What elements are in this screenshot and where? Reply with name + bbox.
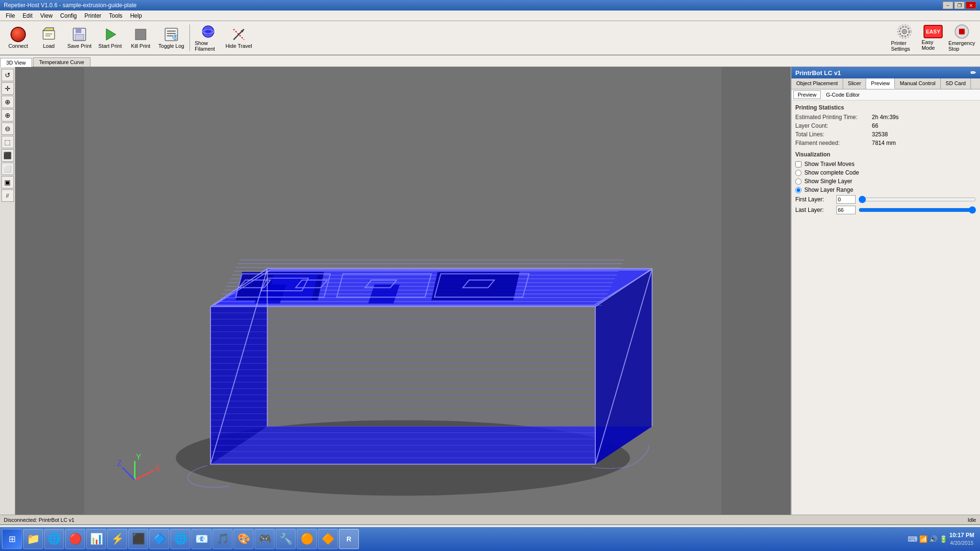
first-layer-slider[interactable] bbox=[858, 196, 976, 203]
tool-refresh[interactable]: ↺ bbox=[1, 69, 14, 81]
connect-label: Connect bbox=[9, 43, 28, 49]
menu-edit[interactable]: Edit bbox=[19, 11, 36, 20]
tray-network[interactable]: 📶 bbox=[919, 535, 927, 543]
tab-temperature-curve[interactable]: Temperature Curve bbox=[33, 57, 90, 66]
tray-keyboard[interactable]: ⌨ bbox=[908, 535, 917, 543]
taskbar-app7[interactable]: 📧 bbox=[191, 529, 212, 549]
viewport[interactable]: X Y Z bbox=[15, 67, 791, 515]
taskbar-app1[interactable]: 🔴 bbox=[65, 529, 85, 549]
stat-layer-count-label: Layer Count: bbox=[795, 122, 872, 129]
tool-view4[interactable]: ▣ bbox=[1, 176, 14, 188]
start-button[interactable]: ⊞ bbox=[2, 529, 22, 549]
subtab-preview[interactable]: Preview bbox=[793, 90, 821, 99]
tab-slicer[interactable]: Slicer bbox=[843, 78, 867, 89]
tool-zoom-out[interactable]: ⊖ bbox=[1, 122, 14, 135]
easy-mode-button[interactable]: EASY Easy Mode bbox=[921, 23, 946, 53]
taskbar-clock[interactable]: 10:17 PM 4/20/2015 bbox=[949, 531, 974, 547]
minimize-button[interactable]: − bbox=[943, 1, 953, 9]
last-layer-slider[interactable] bbox=[858, 207, 976, 213]
hide-travel-button[interactable]: Hide Travel bbox=[224, 25, 253, 51]
tray-battery[interactable]: 🔋 bbox=[939, 535, 947, 543]
taskbar-app2[interactable]: 📊 bbox=[86, 529, 106, 549]
taskbar-repetier-active[interactable]: R bbox=[339, 529, 359, 549]
emergency-stop-button[interactable]: Emergency Stop bbox=[947, 22, 976, 54]
taskbar-app4[interactable]: ⬛ bbox=[128, 529, 148, 549]
subtab-gcode-editor[interactable]: G-Code Editor bbox=[822, 90, 864, 99]
titlebar: Repetier-Host V1.0.6 - sample-extrusion-… bbox=[0, 0, 980, 11]
menu-tools[interactable]: Tools bbox=[105, 11, 126, 20]
first-layer-input[interactable] bbox=[836, 195, 856, 204]
menu-file[interactable]: File bbox=[2, 11, 19, 20]
taskbar-app12[interactable]: 🟠 bbox=[297, 529, 317, 549]
restore-button[interactable]: ❐ bbox=[954, 1, 965, 9]
easy-mode-label: Easy Mode bbox=[922, 39, 945, 51]
tab-sd-card[interactable]: SD Card bbox=[941, 78, 971, 89]
taskbar-app9[interactable]: 🎨 bbox=[234, 529, 254, 549]
tool-grid[interactable]: // bbox=[1, 189, 14, 202]
stat-layer-count: Layer Count: 66 bbox=[795, 122, 976, 129]
left-tools: ↺ ✛ ⊕ ⊕ ⊖ ⬚ ⬛ ⬜ ▣ // bbox=[0, 67, 15, 515]
menu-view[interactable]: View bbox=[36, 11, 56, 20]
printer-settings-button[interactable]: Printer Settings bbox=[890, 22, 919, 54]
taskbar-explorer[interactable]: 📁 bbox=[23, 529, 43, 549]
tool-view1[interactable]: ⬚ bbox=[1, 136, 14, 148]
tool-scale[interactable]: ⊕ bbox=[1, 96, 14, 108]
menu-help[interactable]: Help bbox=[126, 11, 146, 20]
tool-move[interactable]: ✛ bbox=[1, 82, 14, 95]
menu-printer[interactable]: Printer bbox=[81, 11, 105, 20]
show-complete-code-radio[interactable] bbox=[795, 170, 802, 176]
toolbar: Connect Load Save Print bbox=[0, 21, 980, 55]
taskbar-app8[interactable]: 🎵 bbox=[212, 529, 233, 549]
title-text: Repetier-Host V1.0.6 - sample-extrusion-… bbox=[4, 2, 136, 9]
last-layer-input[interactable] bbox=[836, 206, 856, 214]
status-left: Disconnected: PrintrBot LC v1 bbox=[4, 517, 74, 523]
menu-config[interactable]: Config bbox=[56, 11, 81, 20]
close-button[interactable]: ✕ bbox=[966, 1, 976, 9]
svg-text:Z: Z bbox=[117, 459, 122, 467]
taskbar-app10[interactable]: 🎮 bbox=[255, 529, 275, 549]
load-button[interactable]: Load bbox=[34, 25, 63, 51]
taskbar-browser1[interactable]: 🌐 bbox=[44, 529, 64, 549]
tab-manual-control[interactable]: Manual Control bbox=[895, 78, 941, 89]
tab-preview[interactable]: Preview bbox=[866, 78, 895, 89]
taskbar-app11[interactable]: 🔧 bbox=[276, 529, 296, 549]
view-tabs: 3D View Temperature Curve bbox=[0, 55, 980, 67]
stat-estimated-time-value: 2h 4m:39s bbox=[872, 114, 899, 121]
show-travel-moves-checkbox[interactable] bbox=[795, 161, 802, 167]
svg-rect-14 bbox=[175, 35, 176, 38]
stat-total-lines-value: 32538 bbox=[872, 131, 888, 138]
show-layer-range-radio[interactable] bbox=[795, 187, 802, 193]
tab-3d-view[interactable]: 3D View bbox=[0, 58, 32, 67]
show-layer-range-label: Show Layer Range bbox=[804, 187, 853, 193]
visualization-title: Visualization bbox=[795, 151, 976, 158]
stat-filament-needed-label: Filament needed: bbox=[795, 140, 872, 146]
show-single-layer-radio[interactable] bbox=[795, 178, 802, 185]
svg-rect-5 bbox=[76, 28, 81, 33]
toggle-log-button[interactable]: Toggle Log bbox=[157, 25, 186, 51]
tab-object-placement[interactable]: Object Placement bbox=[791, 78, 843, 89]
edit-icon[interactable]: ✏ bbox=[970, 69, 976, 77]
tool-view2[interactable]: ⬛ bbox=[1, 149, 14, 162]
taskbar-app6[interactable]: 🌐 bbox=[170, 529, 190, 549]
save-print-button[interactable]: Save Print bbox=[65, 25, 94, 51]
kill-print-button[interactable]: Kill Print bbox=[126, 25, 155, 51]
svg-rect-15 bbox=[175, 39, 176, 40]
taskbar-app5[interactable]: 🔷 bbox=[149, 529, 169, 549]
right-panel-header: PrintrBot LC v1 ✏ bbox=[791, 67, 980, 78]
start-print-button[interactable]: Start Print bbox=[96, 25, 124, 51]
tray-volume[interactable]: 🔊 bbox=[929, 535, 937, 543]
svg-rect-6 bbox=[75, 34, 84, 40]
load-label: Load bbox=[43, 43, 55, 49]
taskbar-app13[interactable]: 🔶 bbox=[318, 529, 338, 549]
right-content: Printing Statistics Estimated Printing T… bbox=[791, 100, 980, 515]
tool-zoom-in[interactable]: ⊕ bbox=[1, 109, 14, 121]
taskbar-app3[interactable]: ⚡ bbox=[107, 529, 127, 549]
toolbar-separator bbox=[189, 24, 190, 51]
show-filament-button[interactable]: Show Filament bbox=[194, 22, 223, 54]
emergency-stop-label: Emergency Stop bbox=[948, 40, 975, 52]
show-complete-code-label: Show complete Code bbox=[804, 169, 859, 176]
connect-button[interactable]: Connect bbox=[4, 25, 33, 51]
tool-view3[interactable]: ⬜ bbox=[1, 163, 14, 175]
svg-marker-73 bbox=[431, 272, 520, 300]
svg-rect-0 bbox=[43, 31, 55, 39]
